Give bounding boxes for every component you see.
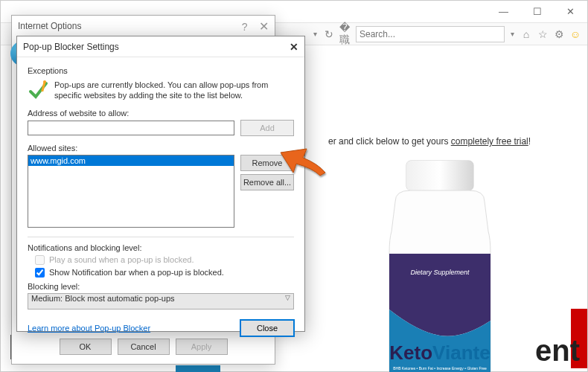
allowed-sites-label: Allowed sites: xyxy=(28,144,294,153)
sound-checkbox xyxy=(35,255,45,265)
add-button[interactable]: Add xyxy=(240,120,294,136)
blocking-level-select[interactable]: Medium: Block most automatic pop-ups ▽ xyxy=(28,293,294,310)
search-input[interactable] xyxy=(359,29,501,39)
exceptions-description: Pop-ups are currently blocked. You can a… xyxy=(54,80,294,101)
gear-icon[interactable]: ⚙ xyxy=(553,28,565,40)
learn-more-link[interactable]: Learn more about Pop-up Blocker xyxy=(28,324,150,333)
svg-rect-7 xyxy=(176,365,220,372)
address-input[interactable] xyxy=(28,121,234,135)
minimize-button[interactable]: — xyxy=(487,1,520,23)
stop-icon[interactable]: �職 xyxy=(339,28,351,40)
product-bottle-small: 60 Capsules xyxy=(172,365,224,372)
allowed-site-item[interactable]: www.mgid.com xyxy=(28,155,234,166)
product-bottle: Dietary Supplement KetoViante BHB Ketone… xyxy=(373,150,507,372)
popup-blocker-dialog: Pop-up Blocker Settings ✕ Exceptions Pop… xyxy=(16,36,305,332)
remove-all-button[interactable]: Remove all... xyxy=(240,174,294,190)
chevron-down-icon[interactable]: ▾ xyxy=(312,30,319,38)
chevron-down-icon: ▽ xyxy=(285,294,290,301)
pb-close-icon[interactable]: ✕ xyxy=(290,41,298,53)
sound-checkbox-label: Play a sound when a pop-up is blocked. xyxy=(49,255,194,264)
free-trial-link[interactable]: completely free trial xyxy=(451,136,528,147)
notificationbar-checkbox-label: Show Notification bar when a pop-up is b… xyxy=(49,268,224,277)
exceptions-label: Exceptions xyxy=(28,66,294,75)
svg-text:BHB Ketones • Burn Fat • Incre: BHB Ketones • Burn Fat • Increase Energy… xyxy=(393,366,487,371)
check-shield-icon xyxy=(28,80,48,100)
remove-button[interactable]: Remove xyxy=(240,155,294,171)
favorites-icon[interactable]: ☆ xyxy=(537,28,549,40)
notificationbar-checkbox-row[interactable]: Show Notification bar when a pop-up is b… xyxy=(35,268,294,278)
svg-rect-2 xyxy=(406,161,473,190)
pb-titlebar: Pop-up Blocker Settings ✕ xyxy=(17,36,304,57)
blocking-level-value: Medium: Block most automatic pop-ups xyxy=(31,294,175,303)
search-box[interactable] xyxy=(356,26,505,42)
io-title-text: Internet Options xyxy=(18,21,81,31)
io-titlebar: Internet Options ? ✕ xyxy=(12,16,275,36)
bottle-label: Dietary Supplement xyxy=(410,269,470,276)
window-close-button[interactable]: ✕ xyxy=(554,1,587,23)
io-help-icon[interactable]: ? xyxy=(242,21,248,33)
close-button[interactable]: Close xyxy=(240,320,294,336)
search-dropdown-icon[interactable]: ▾ xyxy=(509,30,516,38)
sound-checkbox-row[interactable]: Play a sound when a pop-up is blocked. xyxy=(35,255,294,265)
allowed-sites-list[interactable]: www.mgid.com xyxy=(28,155,234,228)
svg-text:KetoViante: KetoViante xyxy=(389,341,490,364)
address-label: Address of website to allow: xyxy=(28,109,294,118)
io-close-icon[interactable]: ✕ xyxy=(259,20,269,33)
refresh-icon[interactable]: ↻ xyxy=(323,28,335,40)
smiley-icon[interactable]: ☺ xyxy=(569,28,581,40)
maximize-button[interactable]: ☐ xyxy=(520,1,554,23)
svg-point-11 xyxy=(43,80,46,83)
background-headline-right: ent xyxy=(535,334,580,368)
notifications-label: Notifications and blocking level: xyxy=(28,243,294,252)
blocking-level-label: Blocking level: xyxy=(28,282,294,291)
promo-text: er and click below to get yours complete… xyxy=(328,136,531,147)
notificationbar-checkbox[interactable] xyxy=(35,268,45,278)
pb-title-text: Pop-up Blocker Settings xyxy=(23,42,119,52)
home-icon[interactable]: ⌂ xyxy=(520,28,532,40)
